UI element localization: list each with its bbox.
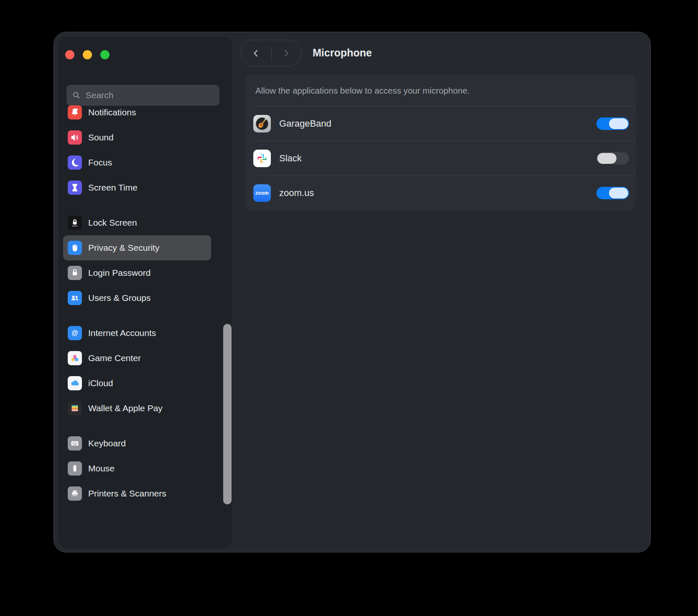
sidebar-item-internet-accounts[interactable]: @Internet Accounts (63, 321, 211, 346)
sidebar-item-mouse[interactable]: Mouse (63, 456, 211, 481)
page-title: Microphone (313, 47, 372, 59)
window-controls (65, 50, 110, 59)
chevron-left-icon (251, 48, 261, 58)
sidebar-scrollbar-thumb[interactable] (223, 324, 232, 504)
zoom-button[interactable] (100, 50, 110, 59)
sidebar-item-lock-screen[interactable]: Lock Screen (63, 210, 211, 235)
lock-dots-icon (68, 216, 82, 230)
printer-icon (68, 486, 82, 501)
sidebar-group: NotificationsSoundFocusScreen Time (58, 100, 232, 200)
sidebar-item-screen-time[interactable]: Screen Time (63, 175, 211, 200)
navigation-pill (241, 40, 301, 66)
hand-icon (68, 241, 82, 255)
at-icon: @ (68, 326, 82, 340)
wallet-icon (68, 401, 82, 415)
sidebar-item-label: Focus (88, 158, 112, 168)
sidebar-item-label: Login Password (88, 268, 150, 278)
speaker-icon (68, 130, 82, 145)
settings-main-area: Microphone Allow the applications below … (233, 32, 650, 552)
app-name: Slack (279, 153, 302, 164)
close-button[interactable] (65, 50, 74, 59)
app-row-zoom-us: zoomzoom.us (245, 176, 636, 210)
sidebar-item-label: Privacy & Security (88, 243, 159, 253)
zoom-app-icon: zoom (253, 184, 271, 202)
svg-text:@: @ (71, 329, 78, 336)
sidebar-item-label: Lock Screen (88, 218, 137, 228)
sidebar-item-label: Users & Groups (88, 293, 150, 303)
settings-sidebar: NotificationsSoundFocusScreen TimeLock S… (58, 36, 233, 549)
keyboard-icon (68, 436, 82, 451)
mouse-icon (68, 461, 82, 476)
hourglass-icon (68, 181, 82, 195)
sidebar-item-login-password[interactable]: Login Password (63, 260, 211, 285)
sidebar-group: KeyboardMousePrinters & Scanners (58, 431, 232, 506)
sidebar-item-label: Game Center (88, 353, 141, 363)
microphone-permissions-panel: Allow the applications below to access y… (245, 75, 636, 210)
sidebar-item-focus[interactable]: Focus (63, 150, 211, 175)
app-row-slack: Slack (245, 141, 636, 176)
sidebar-item-label: Screen Time (88, 183, 138, 193)
sidebar-item-users-groups[interactable]: Users & Groups (63, 285, 211, 311)
sidebar-item-wallet-apple-pay[interactable]: Wallet & Apple Pay (63, 396, 211, 421)
sidebar-item-label: Printers & Scanners (88, 489, 166, 499)
zoom-wordmark: zoom (255, 190, 269, 196)
toggle-knob (609, 118, 628, 129)
sidebar-item-notifications[interactable]: Notifications (63, 100, 211, 125)
sidebar-item-label: Sound (88, 132, 114, 143)
sidebar-item-label: Wallet & Apple Pay (88, 403, 163, 413)
panel-description: Allow the applications below to access y… (245, 75, 636, 106)
sidebar-group: Lock ScreenPrivacy & SecurityLogin Passw… (58, 210, 232, 311)
app-name: GarageBand (279, 118, 331, 129)
search-icon (72, 91, 81, 99)
sidebar-item-game-center[interactable]: Game Center (63, 346, 211, 371)
sidebar-item-privacy-security[interactable]: Privacy & Security (63, 235, 211, 260)
toggle-knob (609, 188, 628, 199)
padlock-icon (68, 266, 82, 280)
search-input[interactable] (85, 90, 214, 101)
people-icon (68, 291, 82, 305)
slack-toggle[interactable] (596, 152, 629, 165)
sidebar-item-label: Keyboard (88, 438, 126, 448)
sidebar-item-icloud[interactable]: iCloud (63, 371, 211, 396)
chevron-right-icon (281, 48, 291, 58)
back-button[interactable] (241, 40, 271, 66)
sidebar-item-sound[interactable]: Sound (63, 125, 211, 150)
toggle-knob (597, 153, 616, 164)
garageband-toggle[interactable] (596, 117, 629, 130)
moon-icon (68, 155, 82, 170)
sidebar-item-printers-scanners[interactable]: Printers & Scanners (63, 481, 211, 506)
bell-icon (68, 105, 82, 120)
sidebar-group: @Internet AccountsGame CenteriCloudWalle… (58, 321, 232, 421)
slack-app-icon (253, 150, 271, 167)
sidebar-list: NotificationsSoundFocusScreen TimeLock S… (58, 100, 232, 506)
sidebar-item-label: Internet Accounts (88, 328, 156, 338)
sidebar-item-label: iCloud (88, 378, 113, 388)
sidebar-item-label: Mouse (88, 463, 115, 473)
app-name: zoom.us (279, 188, 314, 199)
cloud-icon (68, 376, 82, 390)
sidebar-item-keyboard[interactable]: Keyboard (63, 431, 211, 456)
system-settings-window: NotificationsSoundFocusScreen TimeLock S… (53, 32, 651, 552)
nav-divider (271, 46, 272, 61)
zoom-us-toggle[interactable] (596, 187, 629, 199)
minimize-button[interactable] (83, 50, 92, 59)
app-row-garageband: GarageBand (245, 107, 636, 141)
garageband-app-icon (253, 115, 271, 132)
game-center-icon (68, 351, 82, 365)
sidebar-item-label: Notifications (88, 107, 136, 117)
forward-button[interactable] (271, 40, 301, 66)
